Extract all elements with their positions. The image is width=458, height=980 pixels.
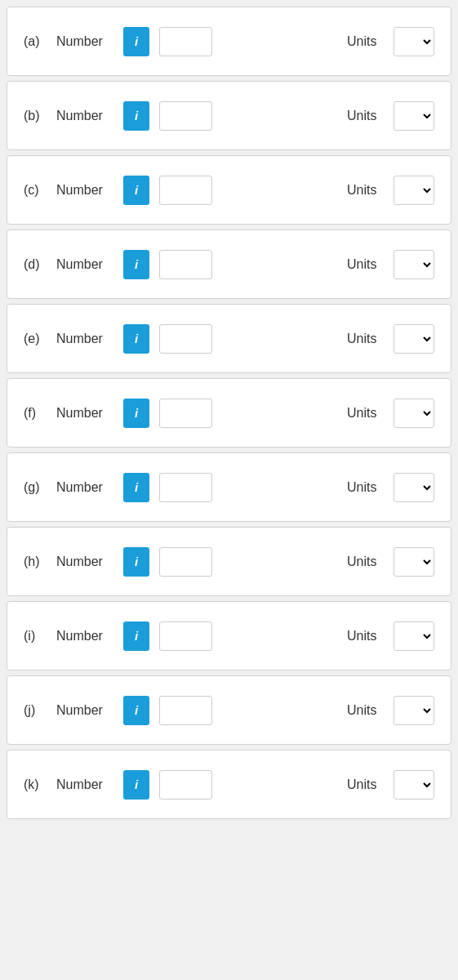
- number-label-k: Number: [56, 777, 113, 792]
- units-select-a[interactable]: m cm mm ft in: [394, 27, 434, 56]
- row-label-c: (c): [24, 183, 47, 198]
- row-label-d: (d): [24, 257, 47, 272]
- row-card-b: (b) Number i Units m cm mm ft in: [7, 81, 451, 150]
- info-button-a[interactable]: i: [123, 27, 149, 56]
- row-label-i: (i): [24, 629, 47, 644]
- number-label-b: Number: [56, 109, 113, 123]
- info-button-k[interactable]: i: [123, 770, 149, 800]
- info-button-g[interactable]: i: [123, 473, 149, 502]
- info-button-j[interactable]: i: [123, 696, 149, 725]
- number-input-c[interactable]: [159, 176, 212, 205]
- number-label-d: Number: [56, 257, 113, 272]
- row-label-j: (j): [24, 703, 47, 718]
- info-button-d[interactable]: i: [123, 250, 149, 279]
- row-label-h: (h): [24, 555, 47, 569]
- number-label-e: Number: [56, 332, 113, 346]
- units-select-b[interactable]: m cm mm ft in: [394, 101, 434, 131]
- units-select-k[interactable]: m cm mm ft in: [394, 770, 434, 800]
- info-button-h[interactable]: i: [123, 547, 149, 577]
- row-card-k: (k) Number i Units m cm mm ft in: [7, 750, 451, 819]
- number-label-i: Number: [56, 629, 113, 644]
- units-select-i[interactable]: m cm mm ft in: [394, 621, 434, 651]
- row-label-b: (b): [24, 109, 47, 123]
- number-label-c: Number: [56, 183, 113, 198]
- units-label-k: Units: [347, 777, 384, 792]
- number-input-b[interactable]: [159, 101, 212, 131]
- info-button-e[interactable]: i: [123, 324, 149, 354]
- row-card-c: (c) Number i Units m cm mm ft in: [7, 155, 451, 225]
- units-label-b: Units: [347, 109, 384, 123]
- number-input-f[interactable]: [159, 399, 212, 428]
- number-label-g: Number: [56, 480, 113, 495]
- units-select-j[interactable]: m cm mm ft in: [394, 696, 434, 725]
- number-label-f: Number: [56, 406, 113, 421]
- row-card-i: (i) Number i Units m cm mm ft in: [7, 601, 451, 670]
- units-label-a: Units: [347, 34, 384, 49]
- units-label-j: Units: [347, 703, 384, 718]
- number-label-h: Number: [56, 555, 113, 569]
- row-card-j: (j) Number i Units m cm mm ft in: [7, 675, 451, 745]
- info-button-c[interactable]: i: [123, 176, 149, 205]
- units-select-e[interactable]: m cm mm ft in: [394, 324, 434, 354]
- units-label-c: Units: [347, 183, 384, 198]
- units-label-h: Units: [347, 555, 384, 569]
- row-label-e: (e): [24, 332, 47, 346]
- units-select-h[interactable]: m cm mm ft in: [394, 547, 434, 577]
- row-card-g: (g) Number i Units m cm mm ft in: [7, 452, 451, 522]
- row-label-f: (f): [24, 406, 47, 421]
- units-label-e: Units: [347, 332, 384, 346]
- units-select-f[interactable]: m cm mm ft in: [394, 399, 434, 428]
- units-select-c[interactable]: m cm mm ft in: [394, 176, 434, 205]
- number-label-a: Number: [56, 34, 113, 49]
- units-label-d: Units: [347, 257, 384, 272]
- row-card-h: (h) Number i Units m cm mm ft in: [7, 527, 451, 596]
- row-label-a: (a): [24, 34, 47, 49]
- info-button-f[interactable]: i: [123, 399, 149, 428]
- units-label-i: Units: [347, 629, 384, 644]
- units-select-g[interactable]: m cm mm ft in: [394, 473, 434, 502]
- info-button-i[interactable]: i: [123, 621, 149, 651]
- number-input-k[interactable]: [159, 770, 212, 800]
- info-button-b[interactable]: i: [123, 101, 149, 131]
- row-card-e: (e) Number i Units m cm mm ft in: [7, 304, 451, 373]
- number-input-g[interactable]: [159, 473, 212, 502]
- units-label-g: Units: [347, 480, 384, 495]
- number-input-a[interactable]: [159, 27, 212, 56]
- number-label-j: Number: [56, 703, 113, 718]
- main-container: (a) Number i Units m cm mm ft in (b) Num…: [0, 0, 458, 826]
- number-input-j[interactable]: [159, 696, 212, 725]
- units-select-d[interactable]: m cm mm ft in: [394, 250, 434, 279]
- row-card-d: (d) Number i Units m cm mm ft in: [7, 229, 451, 299]
- row-label-k: (k): [24, 777, 47, 792]
- units-label-f: Units: [347, 406, 384, 421]
- number-input-i[interactable]: [159, 621, 212, 651]
- row-label-g: (g): [24, 480, 47, 495]
- number-input-h[interactable]: [159, 547, 212, 577]
- number-input-e[interactable]: [159, 324, 212, 354]
- row-card-a: (a) Number i Units m cm mm ft in: [7, 7, 451, 76]
- row-card-f: (f) Number i Units m cm mm ft in: [7, 378, 451, 448]
- number-input-d[interactable]: [159, 250, 212, 279]
